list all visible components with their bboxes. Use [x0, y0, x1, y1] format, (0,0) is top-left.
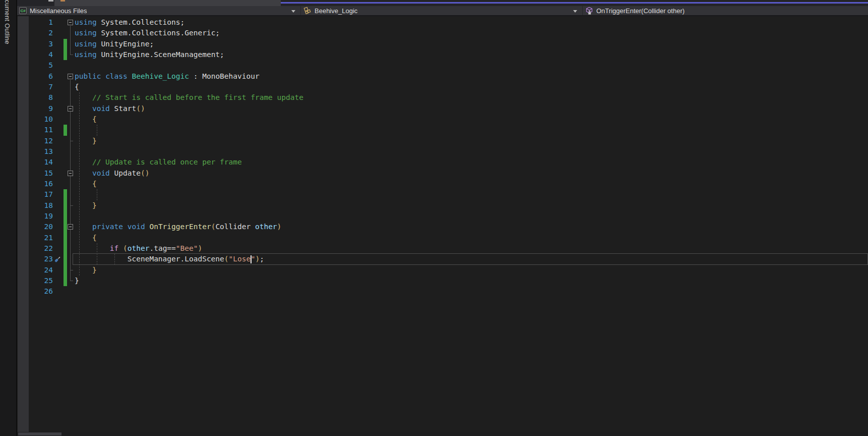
line-number: 3 — [29, 39, 53, 49]
minus-glyph — [69, 173, 72, 174]
line-number: 21 — [29, 233, 53, 243]
code-line[interactable] — [75, 189, 868, 200]
line-number: 24 — [29, 265, 53, 276]
line-number: 26 — [29, 286, 53, 297]
fold-structure-tick — [70, 54, 73, 55]
minus-glyph — [69, 76, 72, 77]
document-outline-tab[interactable]: Document Outline — [0, 0, 17, 436]
fold-structure-line — [70, 112, 71, 141]
line-number-gutter: 1234567891011121314151617181920212223242… — [29, 17, 53, 297]
line-number: 14 — [29, 157, 53, 168]
minus-glyph — [69, 22, 72, 23]
line-number: 1 — [29, 17, 53, 28]
fold-collapse-button[interactable] — [68, 20, 73, 25]
change-tracking-bar — [64, 189, 67, 286]
line-number: 9 — [29, 103, 53, 114]
line-number: 17 — [29, 189, 53, 200]
code-line[interactable]: using UnityEngine.SceneManagement; — [75, 49, 868, 60]
line-number: 4 — [29, 49, 53, 60]
line-number: 7 — [29, 82, 53, 92]
code-line[interactable]: { — [75, 179, 868, 189]
code-line[interactable]: using System.Collections.Generic; — [75, 28, 868, 38]
toolbar-remnant-icon — [48, 0, 53, 2]
member-dropdown[interactable]: OnTriggerEnter(Collider other) — [583, 6, 868, 15]
line-number: 13 — [29, 146, 53, 157]
code-line[interactable] — [75, 286, 868, 297]
code-line[interactable]: SceneManager.LoadScene("Lose"); — [75, 254, 868, 264]
titlebar-band — [54, 0, 281, 6]
line-number: 16 — [29, 179, 53, 189]
line-number: 12 — [29, 136, 53, 146]
type-dropdown-label: Beehive_Logic — [315, 7, 357, 15]
type-dropdown[interactable]: Beehive_Logic — [301, 6, 583, 15]
line-number: 5 — [29, 60, 53, 71]
horizontal-scrollbar[interactable] — [17, 432, 868, 436]
line-number: 25 — [29, 276, 53, 286]
minus-glyph — [69, 108, 72, 109]
fold-structure-line — [70, 177, 71, 206]
line-number: 22 — [29, 243, 53, 254]
fold-structure-tick — [70, 281, 73, 281]
code-line[interactable]: public class Beehive_Logic : MonoBehavio… — [75, 71, 868, 82]
breakpoint-margin[interactable] — [18, 16, 29, 432]
minus-glyph — [69, 227, 72, 227]
line-number: 18 — [29, 200, 53, 211]
line-number: 19 — [29, 211, 53, 222]
private-method-icon — [585, 7, 594, 15]
code-line[interactable]: } — [75, 136, 868, 146]
code-line[interactable]: { — [75, 114, 868, 125]
class-icon — [303, 7, 312, 15]
fold-collapse-button[interactable] — [68, 106, 73, 112]
code-line[interactable] — [75, 60, 868, 71]
code-line[interactable]: { — [75, 233, 868, 243]
navigation-bar: C# Miscellaneous Files Beehive_Logic OnT… — [17, 6, 868, 16]
fold-collapse-button[interactable] — [68, 224, 73, 230]
fold-structure-tick — [70, 270, 73, 270]
code-editor[interactable]: 1234567891011121314151617181920212223242… — [17, 16, 868, 432]
fold-structure-tick — [70, 205, 73, 206]
change-tracking-bar — [64, 39, 67, 61]
member-dropdown-label: OnTriggerEnter(Collider other) — [596, 7, 685, 15]
line-number: 2 — [29, 28, 53, 38]
code-text-area[interactable]: using System.Collections;using System.Co… — [75, 17, 868, 297]
code-line[interactable]: if (other.tag=="Bee") — [75, 243, 868, 254]
change-tracking-bar — [64, 125, 67, 135]
code-line[interactable] — [75, 125, 868, 135]
code-line[interactable]: using System.Collections; — [75, 17, 868, 28]
accent-line — [281, 2, 868, 4]
chevron-down-icon[interactable] — [573, 10, 577, 13]
fold-collapse-button[interactable] — [68, 74, 73, 79]
project-dropdown-label: Miscellaneous Files — [30, 7, 87, 15]
line-number: 10 — [29, 114, 53, 125]
line-number: 23 — [29, 254, 53, 264]
line-number: 15 — [29, 168, 53, 179]
chevron-down-icon[interactable] — [291, 10, 295, 13]
line-number: 20 — [29, 222, 53, 232]
code-line[interactable]: private void OnTriggerEnter(Collider oth… — [75, 222, 868, 232]
code-line[interactable]: // Update is called once per frame — [75, 157, 868, 168]
code-line[interactable]: { — [75, 82, 868, 92]
document-outline-tab-label: Document Outline — [4, 0, 11, 44]
code-line[interactable]: } — [75, 265, 868, 276]
lock-glyph — [588, 11, 591, 14]
window-chrome-sliver — [17, 0, 868, 6]
line-number: 11 — [29, 125, 53, 135]
code-line[interactable]: } — [75, 200, 868, 211]
fold-structure-line — [70, 230, 71, 270]
code-line[interactable] — [75, 211, 868, 222]
quick-actions-screwdriver-icon[interactable] — [53, 255, 61, 263]
line-number: 6 — [29, 71, 53, 82]
toolbar-remnant-icon — [60, 0, 65, 2]
code-line[interactable]: void Start() — [75, 103, 868, 114]
code-line[interactable] — [75, 146, 868, 157]
code-line[interactable]: void Update() — [75, 168, 868, 179]
code-line[interactable]: using UnityEngine; — [75, 39, 868, 49]
fold-structure-line — [70, 26, 71, 55]
csharp-file-icon: C# — [19, 7, 27, 14]
project-dropdown[interactable]: C# Miscellaneous Files — [17, 6, 301, 15]
line-number: 8 — [29, 92, 53, 103]
code-line[interactable]: } — [75, 276, 868, 286]
code-line[interactable]: // Start is called before the first fram… — [75, 92, 868, 103]
horizontal-scrollbar-thumb[interactable] — [18, 432, 61, 435]
fold-collapse-button[interactable] — [68, 171, 73, 176]
